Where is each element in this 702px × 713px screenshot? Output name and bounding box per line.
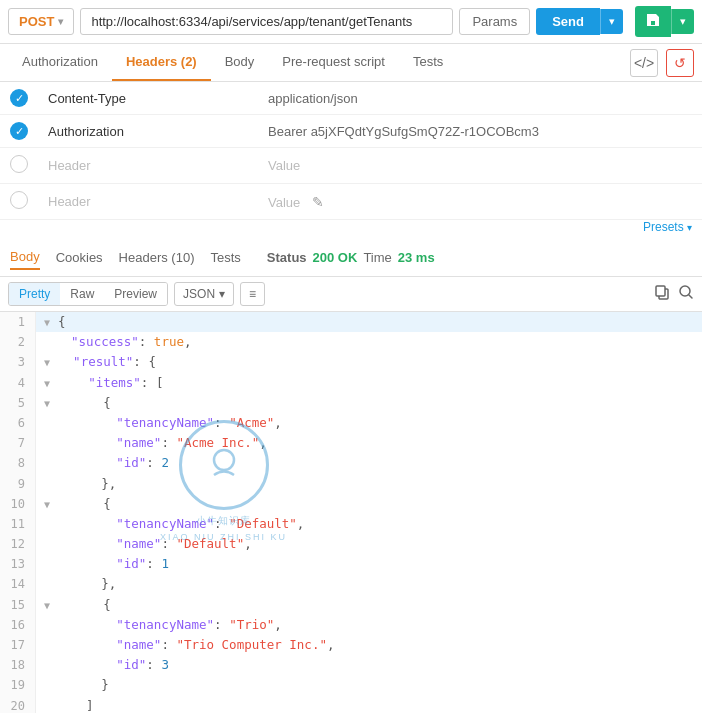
presets-link[interactable]: Presets ▾ <box>0 220 702 239</box>
save-button[interactable] <box>635 6 671 37</box>
code-line: 10▼ { <box>0 494 702 514</box>
header-value: Bearer a5jXFQdtYgSufgSmQ72Z-r1OCOBcm3 <box>258 115 702 148</box>
token-p: : <box>146 657 161 672</box>
token-p <box>56 617 116 632</box>
line-number: 18 <box>0 655 36 675</box>
refresh-icon[interactable]: ↺ <box>666 49 694 77</box>
line-number: 10 <box>0 494 36 514</box>
url-input[interactable] <box>80 8 453 35</box>
token-p <box>56 536 116 551</box>
wrap-button[interactable]: ≡ <box>240 282 265 306</box>
code-line: 12 "name": "Default", <box>0 534 702 554</box>
collapse-toggle[interactable]: ▼ <box>44 357 56 368</box>
line-content: "name": "Default", <box>36 534 702 554</box>
line-number: 20 <box>0 696 36 713</box>
save-dropdown-button[interactable]: ▾ <box>671 9 694 34</box>
edit-icon[interactable]: ✎ <box>312 194 324 210</box>
format-raw[interactable]: Raw <box>60 283 104 305</box>
svg-line-3 <box>689 295 692 298</box>
collapse-toggle[interactable]: ▼ <box>44 317 56 328</box>
send-dropdown-button[interactable]: ▾ <box>600 9 623 34</box>
presets-area: Presets ▾ <box>0 220 702 239</box>
code-line: 7 "name": "Acme Inc.", <box>0 433 702 453</box>
collapse-toggle[interactable]: ▼ <box>44 378 56 389</box>
code-icon[interactable]: </> <box>630 49 658 77</box>
tab-tests[interactable]: Tests <box>399 44 457 81</box>
line-content: } <box>36 675 702 695</box>
header-row: Header Value ✎ <box>0 184 702 220</box>
token-p: , <box>297 516 305 531</box>
line-content: "id": 3 <box>36 655 702 675</box>
code-line: 14 }, <box>0 574 702 594</box>
tab-body[interactable]: Body <box>211 44 269 81</box>
token-s: "Default" <box>229 516 297 531</box>
code-line: 19 } <box>0 675 702 695</box>
code-line: 16 "tenancyName": "Trio", <box>0 615 702 635</box>
token-k: "result" <box>73 354 133 369</box>
line-number: 17 <box>0 635 36 655</box>
line-content: "name": "Acme Inc.", <box>36 433 702 453</box>
token-p <box>56 657 116 672</box>
code-line: 6 "tenancyName": "Acme", <box>0 413 702 433</box>
check-icon[interactable]: ✓ <box>10 89 28 107</box>
format-pretty[interactable]: Pretty <box>9 283 60 305</box>
collapse-toggle[interactable]: ▼ <box>44 398 56 409</box>
token-p: : <box>146 455 161 470</box>
token-p: : <box>146 556 161 571</box>
resp-tab-cookies[interactable]: Cookies <box>56 246 103 269</box>
headers-table: ✓ Content-Type application/json ✓ Author… <box>0 82 702 220</box>
token-s: "Trio Computer Inc." <box>176 637 327 652</box>
method-selector[interactable]: POST ▾ <box>8 8 74 35</box>
line-content: ▼ { <box>36 494 702 514</box>
save-group: ▾ <box>629 6 694 37</box>
copy-button[interactable] <box>654 284 670 304</box>
svg-rect-1 <box>656 286 665 296</box>
line-content: "name": "Trio Computer Inc.", <box>36 635 702 655</box>
resp-tab-body[interactable]: Body <box>10 245 40 270</box>
line-content: "id": 1 <box>36 554 702 574</box>
presets-arrow: ▾ <box>687 222 692 233</box>
resp-tab-tests[interactable]: Tests <box>210 246 240 269</box>
token-k: "success" <box>71 334 139 349</box>
token-p: , <box>184 334 192 349</box>
line-number: 9 <box>0 474 36 494</box>
headers-section: ✓ Content-Type application/json ✓ Author… <box>0 82 702 239</box>
code-line: 9 }, <box>0 474 702 494</box>
tab-headers[interactable]: Headers (2) <box>112 44 211 81</box>
send-button[interactable]: Send <box>536 8 600 35</box>
token-p: : <box>161 536 176 551</box>
response-bar: Body Cookies Headers (10) Tests Status 2… <box>0 239 702 277</box>
collapse-toggle[interactable]: ▼ <box>44 600 56 611</box>
check-empty-icon[interactable] <box>10 155 28 173</box>
token-k: "id" <box>116 657 146 672</box>
token-p <box>56 435 116 450</box>
method-label: POST <box>19 14 54 29</box>
token-p: : <box>214 415 229 430</box>
check-empty-icon[interactable] <box>10 191 28 209</box>
resp-tab-headers[interactable]: Headers (10) <box>119 246 195 269</box>
code-line: 3▼ "result": { <box>0 352 702 372</box>
format-preview[interactable]: Preview <box>104 283 167 305</box>
token-p: { <box>58 314 66 329</box>
tab-authorization[interactable]: Authorization <box>8 44 112 81</box>
tab-pre-request[interactable]: Pre-request script <box>268 44 399 81</box>
line-content: "tenancyName": "Default", <box>36 514 702 534</box>
token-p: : <box>139 334 154 349</box>
collapse-toggle[interactable]: ▼ <box>44 499 56 510</box>
token-k: "name" <box>116 536 161 551</box>
time-value: 23 ms <box>398 250 435 265</box>
code-line: 1▼ { <box>0 312 702 332</box>
search-button[interactable] <box>678 284 694 304</box>
send-group: Send ▾ <box>536 8 623 35</box>
line-number: 12 <box>0 534 36 554</box>
json-type-button[interactable]: JSON ▾ <box>174 282 234 306</box>
code-line: 13 "id": 1 <box>0 554 702 574</box>
header-key: Authorization <box>38 115 258 148</box>
token-k: "name" <box>116 637 161 652</box>
status-value: 200 OK <box>313 250 358 265</box>
params-button[interactable]: Params <box>459 8 530 35</box>
status-group: Status 200 OK Time 23 ms <box>267 250 435 265</box>
check-icon[interactable]: ✓ <box>10 122 28 140</box>
request-tabs: Authorization Headers (2) Body Pre-reque… <box>0 44 702 82</box>
token-k: "tenancyName" <box>116 516 214 531</box>
